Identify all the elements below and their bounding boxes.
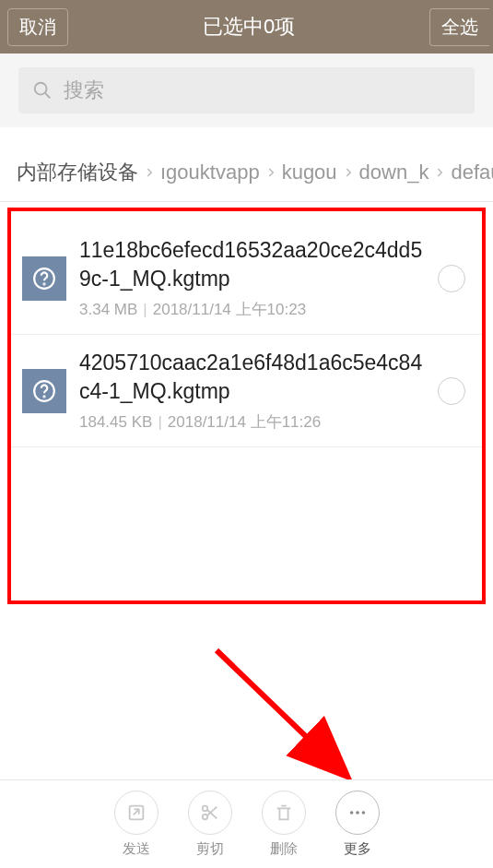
svg-point-3 [43, 283, 44, 284]
file-checkbox[interactable] [438, 377, 465, 405]
file-item[interactable]: 11e18bc6efecd16532aa20ce2c4dd59c-1_MQ.kg… [11, 222, 482, 335]
file-name: 11e18bc6efecd16532aa20ce2c4dd59c-1_MQ.kg… [79, 236, 427, 293]
annotation-arrow [207, 641, 373, 789]
svg-line-7 [217, 650, 341, 770]
file-list: 11e18bc6efecd16532aa20ce2c4dd59c-1_MQ.kg… [11, 211, 482, 447]
tool-label: 更多 [344, 840, 371, 858]
cut-button[interactable]: 剪切 [188, 791, 232, 858]
scissors-icon [200, 803, 220, 823]
file-meta: 184.45 KB|2018/11/14 上午11:26 [79, 411, 427, 433]
breadcrumb[interactable]: 内部存储设备 ıgouktvapp kugou down_k defau [0, 146, 493, 202]
breadcrumb-item[interactable]: down_k [359, 161, 429, 184]
svg-point-0 [35, 83, 47, 95]
tool-label: 发送 [123, 840, 150, 858]
question-icon [32, 379, 56, 403]
search-input[interactable] [64, 78, 461, 102]
trash-icon [274, 803, 294, 823]
svg-point-5 [43, 396, 44, 397]
chevron-right-icon [342, 166, 355, 179]
cancel-button[interactable]: 取消 [7, 8, 68, 46]
delete-button[interactable]: 删除 [262, 791, 306, 858]
breadcrumb-item[interactable]: defau [451, 161, 493, 184]
search-icon [32, 80, 53, 101]
breadcrumb-item[interactable]: ıgouktvapp [160, 161, 260, 184]
svg-point-14 [356, 811, 359, 814]
chevron-right-icon [143, 166, 156, 179]
page-title: 已选中0项 [203, 13, 295, 41]
file-type-icon [22, 256, 66, 301]
svg-point-15 [361, 811, 365, 814]
select-all-button[interactable]: 全选 [429, 8, 489, 46]
more-button[interactable]: 更多 [335, 791, 380, 858]
chevron-right-icon [264, 166, 277, 179]
more-icon [347, 803, 368, 823]
file-name: 4205710caac2a1e6f48d1a6c5e4c84c4-1_MQ.kg… [79, 349, 427, 406]
svg-line-1 [45, 93, 50, 98]
file-meta: 3.34 MB|2018/11/14 上午10:23 [79, 299, 427, 320]
file-type-icon [22, 369, 66, 413]
top-bar: 取消 已选中0项 全选 [0, 0, 493, 54]
annotation-highlight: 11e18bc6efecd16532aa20ce2c4dd59c-1_MQ.kg… [7, 208, 486, 604]
svg-point-13 [349, 811, 353, 814]
file-info: 4205710caac2a1e6f48d1a6c5e4c84c4-1_MQ.kg… [79, 349, 427, 433]
file-checkbox[interactable] [438, 265, 465, 292]
send-button[interactable]: 发送 [114, 791, 158, 858]
file-info: 11e18bc6efecd16532aa20ce2c4dd59c-1_MQ.kg… [79, 236, 427, 320]
share-icon [126, 803, 147, 823]
search-container [0, 54, 493, 127]
bottom-toolbar: 发送 剪切 删除 更多 [0, 779, 493, 868]
search-box[interactable] [18, 67, 475, 113]
breadcrumb-item[interactable]: kugou [282, 161, 337, 184]
file-item[interactable]: 4205710caac2a1e6f48d1a6c5e4c84c4-1_MQ.kg… [11, 335, 482, 447]
question-icon [32, 267, 56, 291]
breadcrumb-item[interactable]: 内部存储设备 [17, 159, 138, 186]
tool-label: 删除 [270, 840, 298, 858]
tool-label: 剪切 [196, 840, 224, 858]
chevron-right-icon [433, 166, 446, 179]
